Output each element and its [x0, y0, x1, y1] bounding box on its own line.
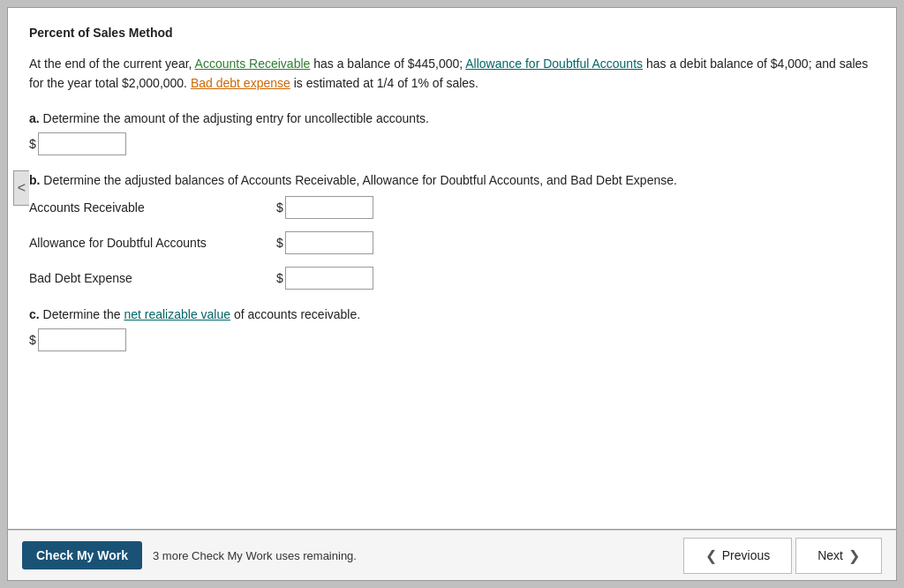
- footer-left: Check My Work 3 more Check My Work uses …: [22, 541, 357, 569]
- section-c-letter: c.: [29, 307, 40, 321]
- intro-part1: At the end of the current year,: [29, 57, 195, 71]
- section-c-text-1: Determine the: [43, 307, 124, 321]
- next-button[interactable]: Next ❯: [795, 538, 882, 574]
- section-c-text-2: of accounts receivable.: [230, 307, 360, 321]
- bad-debt-link[interactable]: Bad debt expense: [191, 76, 290, 90]
- field-row-ar: Accounts Receivable $: [29, 196, 875, 219]
- section-a-input[interactable]: [38, 132, 126, 155]
- input-allowance[interactable]: [285, 231, 373, 254]
- field-row-bad-debt: Bad Debt Expense $: [29, 267, 875, 290]
- allowance-link[interactable]: Allowance for Doubtful Accounts: [465, 57, 643, 71]
- section-b-letter: b.: [29, 173, 40, 187]
- intro-text: At the end of the current year, Accounts…: [29, 54, 875, 94]
- footer: Check My Work 3 more Check My Work uses …: [7, 530, 897, 581]
- dollar-allowance: $: [276, 236, 283, 250]
- section-b-text: Determine the adjusted balances of Accou…: [43, 173, 677, 187]
- field-input-wrap-ar: $: [276, 196, 373, 219]
- page-title: Percent of Sales Method: [29, 26, 875, 40]
- dollar-bad-debt: $: [276, 271, 283, 285]
- main-content: < Percent of Sales Method At the end of …: [7, 7, 897, 530]
- side-tab-icon: <: [18, 180, 26, 196]
- section-c: c. Determine the net realizable value of…: [29, 307, 875, 351]
- section-b: b. Determine the adjusted balances of Ac…: [29, 173, 875, 290]
- field-input-wrap-bad-debt: $: [276, 267, 373, 290]
- net-realizable-link[interactable]: net realizable value: [124, 307, 230, 321]
- section-a-letter: a.: [29, 111, 40, 125]
- field-input-wrap-allowance: $: [276, 231, 373, 254]
- section-a: a. Determine the amount of the adjusting…: [29, 111, 875, 155]
- intro-part4: is estimated at 1/4 of 1% of sales.: [290, 76, 478, 90]
- section-a-text: Determine the amount of the adjusting en…: [43, 111, 429, 125]
- dollar-ar: $: [276, 200, 283, 215]
- accounts-receivable-link[interactable]: Accounts Receivable: [195, 57, 311, 71]
- intro-part2: has a balance of $445,000;: [310, 57, 465, 71]
- remaining-text: 3 more Check My Work uses remaining.: [153, 549, 357, 562]
- section-c-input-row: $: [29, 328, 875, 351]
- section-a-label: a. Determine the amount of the adjusting…: [29, 111, 875, 125]
- field-label-ar: Accounts Receivable: [29, 200, 276, 215]
- section-a-dollar: $: [29, 137, 36, 151]
- previous-label: Previous: [722, 548, 770, 562]
- section-c-label: c. Determine the net realizable value of…: [29, 307, 875, 321]
- section-c-dollar: $: [29, 333, 36, 347]
- field-label-allowance: Allowance for Doubtful Accounts: [29, 236, 276, 250]
- section-b-label: b. Determine the adjusted balances of Ac…: [29, 173, 875, 187]
- previous-button[interactable]: ❮ Previous: [683, 538, 792, 574]
- input-bad-debt[interactable]: [285, 267, 373, 290]
- check-work-button[interactable]: Check My Work: [22, 541, 142, 569]
- input-accounts-receivable[interactable]: [285, 196, 373, 219]
- field-row-allowance: Allowance for Doubtful Accounts $: [29, 231, 875, 254]
- section-b-fields: Accounts Receivable $ Allowance for Doub…: [29, 196, 875, 290]
- section-c-input[interactable]: [38, 328, 126, 351]
- field-label-bad-debt: Bad Debt Expense: [29, 271, 276, 285]
- next-label: Next: [817, 548, 843, 562]
- footer-right: ❮ Previous Next ❯: [683, 538, 882, 574]
- section-a-input-row: $: [29, 132, 875, 155]
- side-tab[interactable]: <: [13, 170, 29, 206]
- next-chevron-icon: ❯: [848, 547, 860, 564]
- previous-chevron-icon: ❮: [705, 547, 717, 564]
